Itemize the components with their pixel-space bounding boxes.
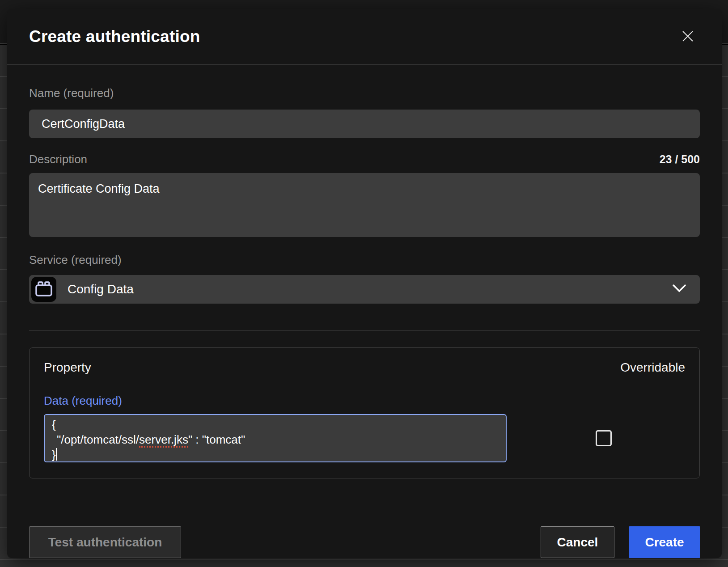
misspelled-text: server.jks (139, 433, 188, 448)
close-button[interactable] (679, 28, 697, 46)
service-field-label: Service (required) (29, 253, 700, 267)
data-json-textarea[interactable]: { "/opt/tomcat/ssl/server.jks" : "tomcat… (44, 414, 507, 462)
section-divider (29, 330, 700, 331)
modal-footer: Test authentication Cancel Create (7, 510, 722, 558)
overridable-column-header: Overridable (620, 360, 685, 375)
brick-icon (34, 279, 54, 299)
json-line-2: "/opt/tomcat/ssl/server.jks" : "tomcat" (52, 432, 499, 447)
description-field-label: Description (29, 152, 87, 166)
close-icon (682, 30, 694, 43)
service-select[interactable]: Config Data (29, 275, 700, 304)
text-cursor (56, 448, 57, 461)
name-field-label: Name (required) (29, 86, 700, 100)
overridable-checkbox[interactable] (596, 430, 612, 446)
data-field-label: Data (required) (44, 394, 685, 408)
cancel-button[interactable]: Cancel (541, 526, 614, 558)
json-line-1: { (52, 417, 499, 432)
json-line-3: } (52, 447, 499, 462)
name-input[interactable]: CertConfigData (29, 110, 700, 138)
modal-header: Create authentication (7, 9, 722, 65)
create-authentication-modal: Create authentication Name (required) Ce… (7, 9, 722, 558)
service-select-value: Config Data (68, 282, 134, 296)
modal-body: Name (required) CertConfigData Descripti… (7, 65, 722, 487)
property-panel: Property Overridable Data (required) { "… (29, 347, 700, 478)
property-column-header: Property (44, 360, 91, 375)
chevron-down-icon (672, 284, 686, 295)
test-authentication-button[interactable]: Test authentication (29, 526, 181, 558)
create-button[interactable]: Create (629, 526, 700, 558)
service-icon-box (31, 277, 56, 302)
screen: Create authentication Name (required) Ce… (0, 0, 728, 567)
description-textarea[interactable]: Certificate Config Data (29, 173, 700, 237)
description-char-counter: 23 / 500 (660, 153, 700, 166)
modal-title: Create authentication (29, 27, 200, 46)
